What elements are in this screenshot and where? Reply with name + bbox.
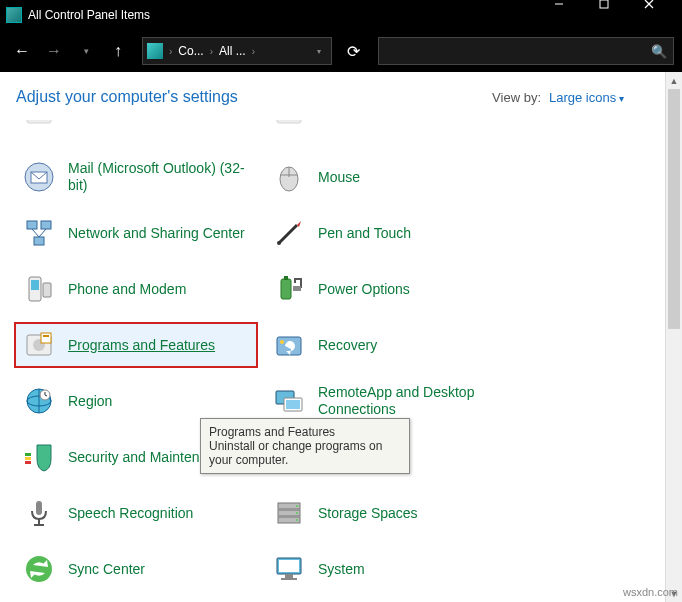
chevron-right-icon: › (250, 46, 257, 57)
recent-dropdown[interactable]: ▾ (72, 37, 100, 65)
search-box[interactable]: 🔍 (378, 37, 674, 65)
cp-item-region[interactable]: Region (16, 380, 256, 422)
cp-item-remote[interactable]: RemoteApp and Desktop Connections (266, 380, 506, 422)
item-label: RemoteApp and Desktop Connections (318, 384, 500, 418)
svg-line-16 (279, 225, 297, 243)
cp-item-power[interactable]: Power Options (266, 268, 506, 310)
svg-rect-21 (43, 283, 51, 297)
svg-rect-27 (41, 333, 51, 343)
cp-item-storage[interactable]: Storage Spaces (266, 492, 506, 534)
item-label: Phone and Modem (68, 281, 186, 298)
view-by: View by: Large icons (492, 90, 674, 105)
minimize-button[interactable] (547, 0, 592, 30)
system-icon (272, 552, 306, 586)
window-controls (547, 0, 682, 30)
cp-item-phone[interactable]: Phone and Modem (16, 268, 256, 310)
close-button[interactable] (637, 0, 682, 30)
page-title: Adjust your computer's settings (16, 88, 238, 106)
control-panel-icon (147, 43, 163, 59)
refresh-button[interactable]: ⟳ (340, 38, 366, 64)
cp-item-mail[interactable]: Mail (Microsoft Outlook) (32-bit) (16, 156, 256, 198)
item-label: Sync Center (68, 561, 145, 578)
svg-rect-23 (284, 276, 288, 280)
remote-icon (272, 384, 306, 418)
cp-item-system[interactable]: System (266, 548, 506, 590)
svg-point-53 (26, 556, 52, 582)
svg-rect-44 (36, 501, 42, 515)
app-icon (6, 7, 22, 23)
scroll-up-button[interactable]: ▲ (666, 72, 682, 89)
breadcrumb-2[interactable]: All ... (215, 44, 250, 58)
cp-item-sync[interactable]: Sync Center (16, 548, 256, 590)
watermark: wsxdn.com (623, 586, 678, 598)
tooltip-title: Programs and Features (209, 425, 401, 439)
cutoff-row (16, 120, 674, 140)
speech-icon (22, 496, 56, 530)
mail-icon (22, 160, 56, 194)
viewby-dropdown[interactable]: Large icons (549, 90, 624, 105)
svg-rect-1 (600, 0, 608, 8)
storage-icon (272, 496, 306, 530)
cp-item-network[interactable]: Network and Sharing Center (16, 212, 256, 254)
item-label: Storage Spaces (318, 505, 418, 522)
svg-line-14 (32, 229, 39, 237)
nav-toolbar: ← → ▾ ↑ › Co... › All ... › ▾ ⟳ 🔍 (0, 30, 682, 72)
power-icon (272, 272, 306, 306)
item-label: Power Options (318, 281, 410, 298)
svg-rect-40 (25, 453, 31, 456)
programs-icon (22, 328, 56, 362)
maximize-button[interactable] (592, 0, 637, 30)
svg-line-15 (39, 229, 46, 237)
tooltip-body: Uninstall or change programs on your com… (209, 439, 382, 467)
item-label: Region (68, 393, 112, 410)
cp-item-programs[interactable]: Programs and Features (16, 324, 256, 366)
chevron-right-icon: › (208, 46, 215, 57)
svg-rect-5 (277, 120, 301, 123)
phone-icon (22, 272, 56, 306)
titlebar: All Control Panel Items (0, 0, 682, 30)
list-item[interactable] (16, 120, 256, 140)
tooltip: Programs and Features Uninstall or chang… (200, 418, 410, 474)
svg-rect-56 (285, 574, 293, 578)
svg-rect-55 (279, 560, 299, 572)
cp-item-mouse[interactable]: Mouse (266, 156, 506, 198)
item-label: Network and Sharing Center (68, 225, 245, 242)
list-item[interactable] (266, 120, 506, 140)
svg-point-30 (280, 340, 284, 344)
sync-icon (22, 552, 56, 586)
viewby-label: View by: (492, 90, 541, 105)
svg-rect-4 (27, 120, 51, 123)
security-icon (22, 440, 56, 474)
forward-button[interactable]: → (40, 37, 68, 65)
search-icon[interactable]: 🔍 (645, 44, 673, 59)
breadcrumb-1[interactable]: Co... (174, 44, 207, 58)
svg-point-50 (296, 505, 298, 507)
svg-rect-12 (41, 221, 51, 229)
cp-item-recovery[interactable]: Recovery (266, 324, 506, 366)
item-label: Mail (Microsoft Outlook) (32-bit) (68, 160, 250, 194)
item-label: Programs and Features (68, 337, 215, 354)
back-button[interactable]: ← (8, 37, 36, 65)
item-label: Mouse (318, 169, 360, 186)
svg-rect-28 (43, 335, 49, 337)
svg-rect-24 (293, 286, 301, 291)
cp-item-pen[interactable]: Pen and Touch (266, 212, 506, 254)
up-button[interactable]: ↑ (104, 37, 132, 65)
item-label: Recovery (318, 337, 377, 354)
recovery-icon (272, 328, 306, 362)
svg-point-52 (296, 519, 298, 521)
item-label: Speech Recognition (68, 505, 193, 522)
address-bar[interactable]: › Co... › All ... › ▾ (142, 37, 332, 65)
svg-rect-57 (281, 578, 297, 580)
content-area: Adjust your computer's settings View by:… (0, 72, 682, 602)
address-dropdown[interactable]: ▾ (311, 47, 327, 56)
svg-rect-13 (34, 237, 44, 245)
vertical-scrollbar[interactable]: ▲ ▼ (665, 72, 682, 602)
network-icon (22, 216, 56, 250)
svg-point-51 (296, 512, 298, 514)
scroll-thumb[interactable] (668, 89, 680, 329)
cp-item-speech[interactable]: Speech Recognition (16, 492, 256, 534)
search-input[interactable] (379, 44, 645, 58)
svg-rect-42 (25, 461, 31, 464)
item-label: System (318, 561, 365, 578)
